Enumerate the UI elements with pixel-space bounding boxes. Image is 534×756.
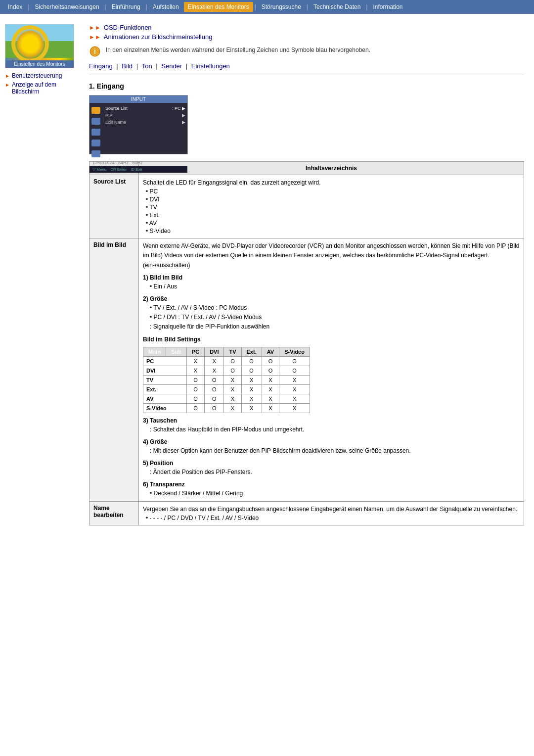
- pip-av-ext: X: [241, 394, 262, 403]
- pip-main-pc: PC: [143, 356, 187, 366]
- osd-ctrl-exit: ID Exit: [131, 167, 142, 172]
- sourcelist-intro: Schaltet die LED für Eingangssignal ein,…: [143, 178, 520, 188]
- pip-pc-svideo: O: [279, 356, 310, 366]
- nav-sep-3: |: [145, 3, 148, 10]
- pip-sub3-title: 3) Tauschen: [143, 417, 520, 424]
- pip-main-ext: Ext.: [143, 384, 187, 394]
- pip-th-pc: PC: [186, 347, 204, 356]
- pip-sub6-title: 6) Transparenz: [143, 481, 520, 488]
- osd-name-label: Name bearbeiten: [89, 502, 139, 525]
- nav-bar: Index | Sicherheitsanweisungen | Einführ…: [0, 0, 534, 14]
- pip-sv-pc: O: [186, 403, 204, 413]
- pip-th-tv: TV: [224, 347, 241, 356]
- pip-pc-ext: O: [241, 356, 262, 366]
- pip-pc-tv: O: [224, 356, 241, 366]
- svg-text:i: i: [94, 47, 96, 55]
- pip-dvi-pc: X: [186, 366, 204, 375]
- nav-aufstellen[interactable]: Aufstellen: [149, 2, 183, 12]
- pip-main-av: AV: [143, 394, 187, 403]
- nav-storung[interactable]: Störungssuche: [258, 2, 305, 12]
- divider: [89, 75, 524, 75]
- pip-sv-svideo: X: [279, 403, 310, 413]
- osd-status: 1280x1024 64Hz 60Hz: [89, 159, 187, 166]
- nav-sep-2: |: [104, 3, 107, 10]
- sidebar-logo-label: Einstellen des Monitors: [5, 60, 74, 68]
- bullet-pc: • PC: [146, 188, 520, 195]
- nav-einstellungen[interactable]: Einstellungen: [191, 62, 230, 70]
- osd-bottom-controls: ▽ Menu CR Enter ID Exit: [89, 166, 187, 173]
- pip-sub6-item: • Deckend / Stärker / Mittel / Gering: [150, 489, 520, 498]
- sidebar-link-anzeige[interactable]: ► Anzeige auf dem Bildschirm: [5, 81, 84, 95]
- osd-link-arrow: ►►: [89, 24, 101, 31]
- pip-sub5-item: : Ändert die Position des PIP-Fensters.: [150, 468, 520, 477]
- pip-sub4-item: : Mit dieser Option kann der Benutzer de…: [150, 446, 520, 456]
- pip-sub1-item: • Ein / Aus: [150, 282, 520, 291]
- pip-main-tv: TV: [143, 375, 187, 384]
- pip-sub4-title: 4) Größe: [143, 438, 520, 445]
- osd-funktionen-link[interactable]: ►► OSD-Funktionen: [89, 24, 524, 31]
- pip-th-main: Main: [143, 347, 166, 356]
- section1-heading: 1. Eingang: [89, 82, 524, 90]
- nav-sep-bild: |: [136, 62, 140, 70]
- nav-sep-sender: |: [186, 62, 189, 70]
- bullet-tv: • TV: [146, 203, 520, 211]
- pip-av-tv: X: [224, 394, 241, 403]
- osd-icon-4: [91, 140, 100, 146]
- pip-dvi-ext: O: [241, 366, 262, 375]
- pip-tv-av: X: [262, 375, 279, 384]
- bullet-dvi: • DVI: [146, 195, 520, 203]
- nav-eingang[interactable]: Eingang: [89, 62, 113, 70]
- pip-sub2-item3: : Signalquelle für die PIP-Funktion ausw…: [150, 322, 520, 331]
- pip-sv-dvi: O: [205, 403, 224, 413]
- sidebar-arrow-1: ►: [5, 73, 10, 79]
- animation-link-arrow: ►►: [89, 34, 101, 41]
- nav-sep-5: |: [306, 3, 309, 10]
- content-links: ►► OSD-Funktionen ►► Animationen zur Bil…: [89, 24, 524, 41]
- nav-sep-ton: |: [156, 62, 159, 70]
- pip-intro: Wenn externe AV-Geräte, wie DVD-Player o…: [143, 241, 520, 270]
- sourcelist-bullets: • PC • DVI • TV • Ext. • AV • S-Video: [143, 188, 520, 235]
- animation-link[interactable]: ►► Animationen zur Bildschirmeinstellung: [89, 33, 524, 41]
- pip-th-av: AV: [262, 347, 279, 356]
- content-area: ►► OSD-Funktionen ►► Animationen zur Bil…: [84, 24, 529, 530]
- osd-pip-label: Bild im Bild: [89, 238, 139, 502]
- nav-info[interactable]: Information: [369, 2, 406, 12]
- pip-pc-dvi: X: [205, 356, 224, 366]
- nav-sep-6: |: [365, 3, 368, 10]
- nav-sender[interactable]: Sender: [161, 62, 182, 70]
- nav-einstellen[interactable]: Einstellen des Monitors: [184, 2, 253, 12]
- pip-pc-pc: X: [186, 356, 204, 366]
- pip-dvi-av: O: [262, 366, 279, 375]
- bullet-svideo: • S-Video: [146, 227, 520, 235]
- nav-ton[interactable]: Ton: [142, 62, 152, 70]
- pip-av-svideo: X: [279, 394, 310, 403]
- osd-pip-content: Wenn externe AV-Geräte, wie DVD-Player o…: [139, 238, 524, 502]
- nav-technisch[interactable]: Technische Daten: [310, 2, 364, 12]
- pip-av-dvi: O: [205, 394, 224, 403]
- osd-icon-1: [91, 107, 100, 114]
- pip-row-av: AV O O X X X X: [143, 394, 310, 403]
- sidebar: Einstellen des Monitors ► Benutzersteuer…: [5, 24, 84, 530]
- pip-main-dvi: DVI: [143, 366, 187, 375]
- nav-einfuhrung[interactable]: Einführung: [108, 2, 144, 12]
- nav-index[interactable]: Index: [4, 2, 26, 12]
- pip-row-ext: Ext. O O X X X X: [143, 384, 310, 394]
- info-box: i In den einzelnen Menüs werden während …: [89, 46, 524, 57]
- bullet-av: • AV: [146, 219, 520, 227]
- section-nav-links: Eingang | Bild | Ton | Sender | Einstell…: [89, 62, 524, 70]
- pip-sub5-title: 5) Position: [143, 460, 520, 467]
- pip-th-ext: Ext.: [241, 347, 262, 356]
- nav-bild[interactable]: Bild: [122, 62, 133, 70]
- sidebar-logo: Einstellen des Monitors: [5, 24, 74, 68]
- nav-sicherheit[interactable]: Sicherheitsanweisungen: [31, 2, 103, 12]
- sidebar-link-benutzer[interactable]: ► Benutzersteuerung: [5, 72, 84, 79]
- table-row-sourcelist: Source List Schaltet die LED für Eingang…: [89, 175, 524, 238]
- osd-menu-editname: Edit Name▶: [105, 119, 185, 126]
- pip-th-dvi: DVI: [205, 347, 224, 356]
- pip-th-svideo: S-Video: [279, 347, 310, 356]
- pip-ext-svideo: X: [279, 384, 310, 394]
- pip-dvi-dvi: X: [205, 366, 224, 375]
- osd-ctrl-menu: ▽ Menu: [92, 167, 106, 172]
- pip-row-pc: PC X X O O O O: [143, 356, 310, 366]
- info-icon: i: [89, 46, 101, 57]
